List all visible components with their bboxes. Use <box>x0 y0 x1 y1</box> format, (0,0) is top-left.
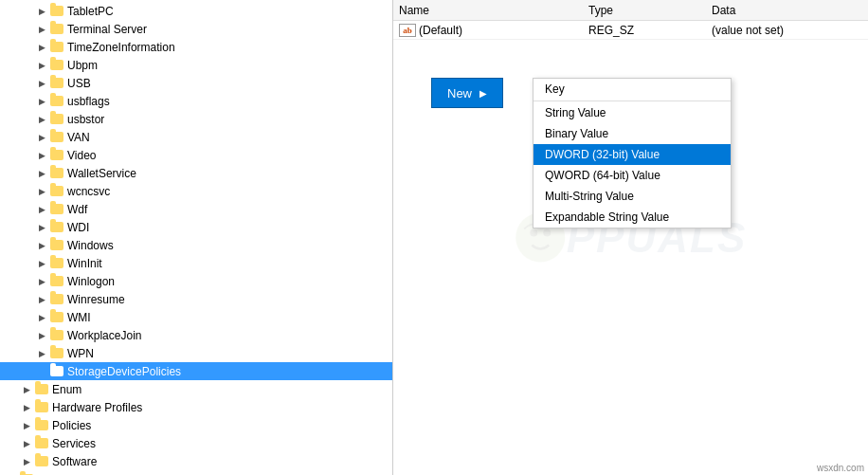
folder-icon-wcncsvc <box>49 184 64 199</box>
tree-label-policies: Policies <box>52 419 91 432</box>
tree-label-usbstor: usbstor <box>67 113 104 126</box>
tree-label-wpn: WPN <box>67 347 94 360</box>
tree-item-wininit[interactable]: WinInit <box>0 254 392 272</box>
tree-label-services: Services <box>52 437 96 450</box>
tree-item-software[interactable]: Software <box>0 452 392 470</box>
tree-item-wmi[interactable]: WMI <box>0 308 392 326</box>
tree-arrow-wdi <box>34 220 49 235</box>
folder-icon-hardware-profiles <box>34 400 49 415</box>
folder-icon-usb <box>49 76 64 91</box>
tree-item-usbflags[interactable]: usbflags <box>0 92 392 110</box>
tree-label-tabletpc: TabletPC <box>67 5 114 18</box>
tree-item-usb[interactable]: USB <box>0 74 392 92</box>
new-button-label: New <box>447 86 472 100</box>
folder-icon-wdi <box>49 220 64 235</box>
new-button-container: New ▶ KeyString ValueBinary ValueDWORD (… <box>431 78 503 108</box>
tree-item-tabletpc[interactable]: TabletPC <box>0 2 392 20</box>
tree-item-winlogon[interactable]: Winlogon <box>0 272 392 290</box>
column-name-header: Name <box>393 4 583 17</box>
folder-icon-windows <box>49 238 64 253</box>
tree-arrow-workplacejoin <box>34 328 49 343</box>
default-value-label: (Default) <box>419 24 462 37</box>
new-button-arrow-icon: ▶ <box>479 88 487 99</box>
svg-point-2 <box>543 228 551 236</box>
tree-item-storagedevicepolicies[interactable]: StorageDevicePolicies <box>0 362 392 380</box>
folder-icon-driverdatabase <box>19 472 34 476</box>
tree-arrow-enum <box>19 382 34 397</box>
tree-item-enum[interactable]: Enum <box>0 380 392 398</box>
folder-icon-policies <box>34 418 49 433</box>
tree-container: TabletPCTerminal ServerTimeZoneInformati… <box>0 0 392 475</box>
submenu-item-key[interactable]: Key <box>533 79 731 100</box>
tree-item-hardware-profiles[interactable]: Hardware Profiles <box>0 398 392 416</box>
submenu-item-multi-string[interactable]: Multi-String Value <box>533 186 731 207</box>
registry-value-panel: Name Type Data ab (Default) REG_SZ (valu… <box>393 0 868 475</box>
tree-item-winresume[interactable]: Winresume <box>0 290 392 308</box>
registry-tree-panel: TabletPCTerminal ServerTimeZoneInformati… <box>0 0 393 475</box>
tree-item-usbstor[interactable]: usbstor <box>0 110 392 128</box>
tree-item-video[interactable]: Video <box>0 146 392 164</box>
folder-icon-wmi <box>49 310 64 325</box>
tree-item-driverdatabase[interactable]: DriverDatabase <box>0 470 392 475</box>
tree-arrow-video <box>34 148 49 163</box>
tree-arrow-wininit <box>34 256 49 271</box>
tree-arrow-usb <box>34 76 49 91</box>
folder-icon-tabletpc <box>49 4 64 19</box>
folder-icon-wininit <box>49 256 64 271</box>
tree-item-workplacejoin[interactable]: WorkplaceJoin <box>0 326 392 344</box>
tree-label-winresume: Winresume <box>67 293 125 306</box>
tree-item-ubpm[interactable]: Ubpm <box>0 56 392 74</box>
tree-arrow-usbflags <box>34 94 49 109</box>
tree-item-policies[interactable]: Policies <box>0 416 392 434</box>
tree-item-windows[interactable]: Windows <box>0 236 392 254</box>
tree-label-usb: USB <box>67 77 91 90</box>
new-submenu: KeyString ValueBinary ValueDWORD (32-bit… <box>533 78 732 228</box>
row-type-cell: REG_SZ <box>583 24 706 37</box>
column-data-header: Data <box>706 4 868 17</box>
tree-item-terminal-server[interactable]: Terminal Server <box>0 20 392 38</box>
tree-arrow-winresume <box>34 292 49 307</box>
tree-item-timezone[interactable]: TimeZoneInformation <box>0 38 392 56</box>
table-row[interactable]: ab (Default) REG_SZ (value not set) <box>393 21 868 40</box>
new-button[interactable]: New ▶ <box>431 78 503 108</box>
submenu-item-expandable-string[interactable]: Expandable String Value <box>533 207 731 228</box>
tree-label-terminal-server: Terminal Server <box>67 23 147 36</box>
folder-icon-winlogon <box>49 274 64 289</box>
column-type-header: Type <box>583 4 706 17</box>
submenu-item-string-value[interactable]: String Value <box>533 102 731 123</box>
tree-item-walletservice[interactable]: WalletService <box>0 164 392 182</box>
folder-icon-video <box>49 148 64 163</box>
tree-label-video: Video <box>67 149 96 162</box>
folder-icon-wdf <box>49 202 64 217</box>
wsxdn-watermark: wsxdn.com <box>817 463 864 473</box>
tree-item-services[interactable]: Services <box>0 434 392 452</box>
tree-arrow-timezone <box>34 40 49 55</box>
tree-item-wpn[interactable]: WPN <box>0 344 392 362</box>
tree-arrow-tabletpc <box>34 4 49 19</box>
tree-label-storagedevicepolicies: StorageDevicePolicies <box>67 365 181 378</box>
tree-label-workplacejoin: WorkplaceJoin <box>67 329 141 342</box>
tree-arrow-wcncsvc <box>34 184 49 199</box>
tree-arrow-hardware-profiles <box>19 400 34 415</box>
tree-arrow-wdf <box>34 202 49 217</box>
svg-point-1 <box>530 228 537 236</box>
tree-arrow-wmi <box>34 310 49 325</box>
submenu-item-binary-value[interactable]: Binary Value <box>533 123 731 144</box>
tree-arrow-windows <box>34 238 49 253</box>
submenu-item-qword-value[interactable]: QWORD (64-bit) Value <box>533 165 731 186</box>
folder-icon-software <box>34 454 49 469</box>
tree-item-van[interactable]: VAN <box>0 128 392 146</box>
submenu-item-dword-value[interactable]: DWORD (32-bit) Value <box>533 144 731 165</box>
tree-arrow-walletservice <box>34 166 49 181</box>
tree-label-enum: Enum <box>52 383 81 396</box>
folder-icon-walletservice <box>49 166 64 181</box>
tree-item-wdi[interactable]: WDI <box>0 218 392 236</box>
folder-icon-usbflags <box>49 94 64 109</box>
tree-item-wdf[interactable]: Wdf <box>0 200 392 218</box>
tree-label-wininit: WinInit <box>67 257 102 270</box>
folder-icon-wpn <box>49 346 64 361</box>
tree-arrow-terminal-server <box>34 22 49 37</box>
tree-arrow-winlogon <box>34 274 49 289</box>
tree-item-wcncsvc[interactable]: wcncsvc <box>0 182 392 200</box>
row-name-cell: ab (Default) <box>393 24 583 37</box>
